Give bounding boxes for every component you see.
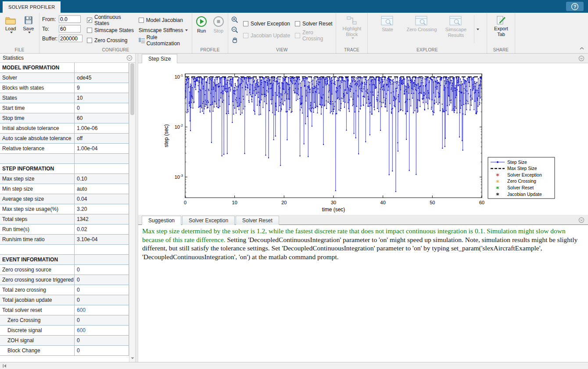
- help-button[interactable]: ?: [566, 2, 584, 11]
- ribbon-filler: [515, 13, 588, 53]
- svg-text:60: 60: [479, 200, 484, 205]
- stats-row[interactable]: Stop time60: [0, 113, 129, 123]
- checkbox-zero-crossing[interactable]: Zero Crossing: [87, 37, 134, 43]
- pan-hand-icon[interactable]: [231, 36, 239, 44]
- stats-row[interactable]: Total zero crossing0: [0, 285, 129, 295]
- run-icon: [196, 16, 207, 27]
- rule-customization-button[interactable]: Rule Customization: [139, 37, 189, 44]
- stats-section-row[interactable]: STEP INFORMATION: [0, 164, 129, 174]
- zoom-in-icon[interactable]: [231, 16, 239, 24]
- stats-label: EVENT INFORMATION: [0, 255, 75, 264]
- stats-row[interactable]: Initial absolute tolerance1.00e-06: [0, 123, 129, 134]
- svg-text:0: 0: [184, 200, 186, 205]
- scrollbar-thumb[interactable]: [130, 63, 134, 115]
- from-input[interactable]: [59, 15, 81, 23]
- stats-label: MODEL INFORMATION: [0, 63, 75, 72]
- checkbox-box[interactable]: [87, 28, 92, 33]
- checkbox-continuous-states[interactable]: ✓Continuous States: [87, 17, 134, 23]
- suggestion-body: Max step size determined by the solver i…: [138, 225, 588, 362]
- panel-splitter[interactable]: [135, 54, 138, 362]
- stats-label: [0, 245, 75, 254]
- statistics-panel: Statistics MODEL INFORMATIONSolverode45B…: [0, 54, 135, 362]
- stats-row[interactable]: [0, 245, 129, 255]
- stats-row[interactable]: Run time(s)0.02: [0, 224, 129, 235]
- checkbox-simscape-states[interactable]: Simscape States: [87, 27, 134, 33]
- ribbon-toolstrip: Load Save FILE From:To:Buffe: [0, 13, 588, 54]
- stats-row[interactable]: Zero crossing source triggered0: [0, 275, 129, 285]
- checkbox-box[interactable]: [295, 21, 300, 26]
- tab-solver-profiler[interactable]: SOLVER PROFILER: [3, 1, 61, 13]
- panel-menu-icon[interactable]: [578, 217, 584, 223]
- load-button[interactable]: Load: [3, 16, 19, 33]
- stats-row[interactable]: Min step sizeauto: [0, 184, 129, 194]
- step-size-plot[interactable]: 10-110-210-30102030405060time (sec)step …: [138, 63, 588, 216]
- zoom-out-icon[interactable]: [231, 26, 239, 34]
- stats-row[interactable]: Discrete signal600: [0, 326, 129, 336]
- stats-row[interactable]: Max step size0.10: [0, 174, 129, 184]
- stats-row[interactable]: Run/sim time ratio3.10e-04: [0, 235, 129, 245]
- buffer-input[interactable]: [59, 35, 82, 42]
- rule-customization-label: Rule Customization: [147, 34, 189, 47]
- to-label: To:: [42, 26, 59, 32]
- checkbox-label: Continuous States: [94, 14, 134, 26]
- stats-row[interactable]: Relative tolerance1.00e-04: [0, 144, 129, 154]
- stats-row[interactable]: Total solver reset600: [0, 305, 129, 315]
- tab-solver-reset[interactable]: Solver Reset: [236, 216, 279, 225]
- state-explorer-icon: [380, 15, 394, 27]
- checkbox-box[interactable]: ✓: [87, 18, 92, 23]
- run-button[interactable]: Run: [195, 16, 208, 33]
- stats-row[interactable]: Block Change0: [0, 346, 129, 356]
- stats-row[interactable]: Zero crossing source0: [0, 265, 129, 275]
- stop-label: Stop: [213, 28, 223, 33]
- panel-menu-icon[interactable]: [126, 55, 133, 61]
- svg-text:Solver Exception: Solver Exception: [507, 172, 542, 177]
- svg-text:50: 50: [430, 200, 435, 205]
- stats-row[interactable]: Average step size0.04: [0, 194, 129, 204]
- stats-row[interactable]: Blocks with states9: [0, 83, 129, 93]
- svg-text:Solver Reset: Solver Reset: [507, 185, 534, 190]
- checkbox-box[interactable]: [87, 38, 92, 43]
- checkbox-box[interactable]: [243, 21, 248, 26]
- stats-value[interactable]: 600: [75, 305, 129, 315]
- checkbox-model-jacobian[interactable]: Model Jacobian: [139, 17, 189, 23]
- tab-solver-exception[interactable]: Solver Exception: [182, 216, 235, 225]
- simscape-stiffness-dropdown[interactable]: Simscape Stiffness: [139, 27, 189, 33]
- scrollbar[interactable]: [129, 63, 135, 362]
- export-tab-button[interactable]: Export Tab: [490, 15, 513, 37]
- stats-row[interactable]: [0, 154, 129, 164]
- stats-row[interactable]: Solverode45: [0, 73, 129, 83]
- panel-menu-icon[interactable]: [578, 55, 584, 62]
- explore-gallery-button[interactable]: [474, 15, 481, 43]
- stats-label: Initial absolute tolerance: [0, 123, 75, 133]
- from-label: From:: [42, 16, 59, 22]
- stats-row[interactable]: Total jacobian update0: [0, 295, 129, 305]
- stats-row[interactable]: Zero Crossing0: [0, 315, 129, 326]
- load-label: Load: [5, 26, 16, 31]
- stats-row[interactable]: ZOH signal0: [0, 336, 129, 346]
- stats-label: Average step size: [0, 194, 75, 204]
- stats-value: [75, 154, 129, 163]
- collapse-ribbon-icon[interactable]: [579, 45, 584, 51]
- stats-row[interactable]: Max step size usage(%)3.20: [0, 204, 129, 214]
- stats-label: Total jacobian update: [0, 295, 75, 305]
- checkbox-box[interactable]: [139, 18, 144, 23]
- checkbox-solver-reset[interactable]: Solver Reset: [295, 20, 333, 27]
- stats-section-row[interactable]: EVENT INFORMATION: [0, 255, 129, 265]
- dock-panel-icon[interactable]: [2, 364, 7, 368]
- ribbon-section-configure: From:To:Buffer: ✓Continuous StatesSimsca…: [39, 13, 192, 53]
- tab-step-size[interactable]: Step Size: [142, 54, 177, 63]
- stats-section-row[interactable]: MODEL INFORMATION: [0, 63, 129, 73]
- checkbox-solver-exception[interactable]: Solver Exception: [243, 20, 295, 27]
- stats-row[interactable]: Start time0: [0, 103, 129, 113]
- to-input[interactable]: [59, 25, 81, 33]
- stats-label: [0, 154, 75, 163]
- stats-value[interactable]: 600: [75, 326, 129, 335]
- tab-suggestion[interactable]: Suggestion: [142, 216, 181, 225]
- stats-value: 0: [75, 265, 129, 275]
- scroll-down-icon[interactable]: [130, 355, 135, 361]
- stats-row[interactable]: States10: [0, 93, 129, 103]
- save-button[interactable]: Save: [21, 16, 37, 33]
- stats-row[interactable]: Auto scale absolute toleranceoff: [0, 134, 129, 144]
- stats-row[interactable]: Total steps1342: [0, 214, 129, 224]
- highlight-block-button: Highlight Block: [339, 15, 365, 39]
